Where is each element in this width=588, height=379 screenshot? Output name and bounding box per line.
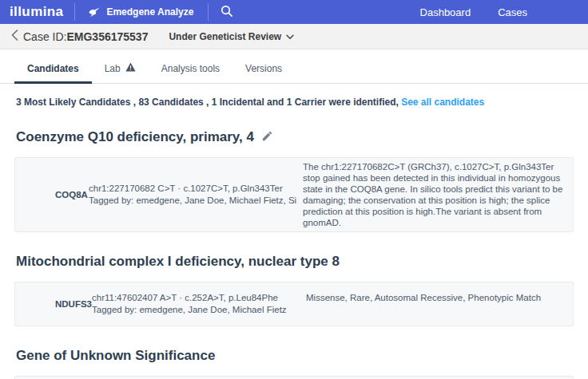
app-switcher[interactable]: Emedgene Analyze xyxy=(75,0,208,24)
spacer xyxy=(244,0,419,24)
search-icon xyxy=(220,4,233,20)
case-id-label: Case ID: xyxy=(23,30,66,43)
section-title-havcr1: Gene of Unknown Significance xyxy=(16,348,574,364)
edit-diagnosis-button[interactable] xyxy=(261,130,273,144)
section-title-text: Gene of Unknown Significance xyxy=(16,348,215,364)
tab-label: Lab xyxy=(105,63,121,74)
back-button[interactable] xyxy=(10,30,23,43)
gene-name: NDUFS3 xyxy=(15,299,92,309)
section-title-text: Coenzyme Q10 deficiency, primary, 4 xyxy=(16,129,254,145)
case-header-bar: Case ID:EMG356175537 Under Geneticist Re… xyxy=(0,24,588,49)
summary-text: 3 Most Likely Candidates , 83 Candidates… xyxy=(16,97,399,108)
tab-lab[interactable]: Lab xyxy=(92,59,149,84)
candidates-summary: 3 Most Likely Candidates , 83 Candidates… xyxy=(16,97,574,108)
see-all-candidates-link[interactable]: See all candidates xyxy=(401,97,484,108)
section-title-ndufs3: Mitochondrial complex I deficiency, nucl… xyxy=(16,254,574,270)
variant-row-havcr1[interactable]: HAVCR1 chr5:156479402 T>C · c.643A>G, p.… xyxy=(14,376,574,379)
search-button[interactable] xyxy=(209,0,244,24)
variant-notation: chr1:227170682 C>T · c.1027C>T, p.Gln343… xyxy=(89,183,296,195)
top-app-bar: illumina Emedgene Analyze Dashboard Case… xyxy=(0,0,588,24)
app-name-label: Emedgene Analyze xyxy=(106,6,193,18)
tab-bar: Candidates Lab Analysis tools Versions xyxy=(0,51,588,84)
gene-name: COQ8A xyxy=(15,190,89,199)
case-status-dropdown[interactable]: Under Geneticist Review xyxy=(169,31,294,42)
chevron-left-icon xyxy=(11,30,18,43)
variant-tags: Missense, Rare, Autosomal Recessive, Phe… xyxy=(300,289,573,319)
top-navigation: Dashboard Cases xyxy=(420,0,588,24)
illumina-logo[interactable]: illumina xyxy=(0,0,74,24)
variant-info: chr11:47602407 A>T · c.252A>T, p.Leu84Ph… xyxy=(92,292,300,316)
section-title-coq8a: Coenzyme Q10 deficiency, primary, 4 xyxy=(16,129,574,145)
case-id: Case ID:EMG356175537 xyxy=(23,30,148,43)
tab-label: Versions xyxy=(245,63,282,74)
warning-icon xyxy=(125,62,136,74)
nav-dashboard[interactable]: Dashboard xyxy=(420,6,471,18)
tagged-by: Tagged by: emedgene, Jane Doe, Michael F… xyxy=(89,195,296,207)
variant-description: The chr1:227170682C>T (GRCh37), c.1027C>… xyxy=(296,158,573,231)
tab-label: Candidates xyxy=(27,63,79,74)
variant-info: chr1:227170682 C>T · c.1027C>T, p.Gln343… xyxy=(89,183,296,207)
candidates-panel: 3 Most Likely Candidates , 83 Candidates… xyxy=(0,97,588,379)
tab-analysis-tools[interactable]: Analysis tools xyxy=(149,59,232,84)
case-id-value: EMG356175537 xyxy=(66,30,148,43)
pencil-icon xyxy=(261,130,273,144)
tagged-by: Tagged by: emedgene, Jane Doe, Michael F… xyxy=(92,304,300,316)
variant-row-coq8a[interactable]: COQ8A chr1:227170682 C>T · c.1027C>T, p.… xyxy=(14,157,574,232)
variant-notation: chr11:47602407 A>T · c.252A>T, p.Leu84Ph… xyxy=(92,292,300,304)
tab-label: Analysis tools xyxy=(161,63,220,74)
emedgene-bird-icon xyxy=(88,5,101,20)
section-title-text: Mitochondrial complex I deficiency, nucl… xyxy=(16,254,340,270)
nav-cases[interactable]: Cases xyxy=(498,6,527,18)
tab-candidates[interactable]: Candidates xyxy=(14,59,92,84)
case-status-label: Under Geneticist Review xyxy=(169,31,281,42)
tab-versions[interactable]: Versions xyxy=(232,59,295,84)
chevron-down-icon xyxy=(286,31,294,42)
variant-row-ndufs3[interactable]: NDUFS3 chr11:47602407 A>T · c.252A>T, p.… xyxy=(14,282,574,326)
